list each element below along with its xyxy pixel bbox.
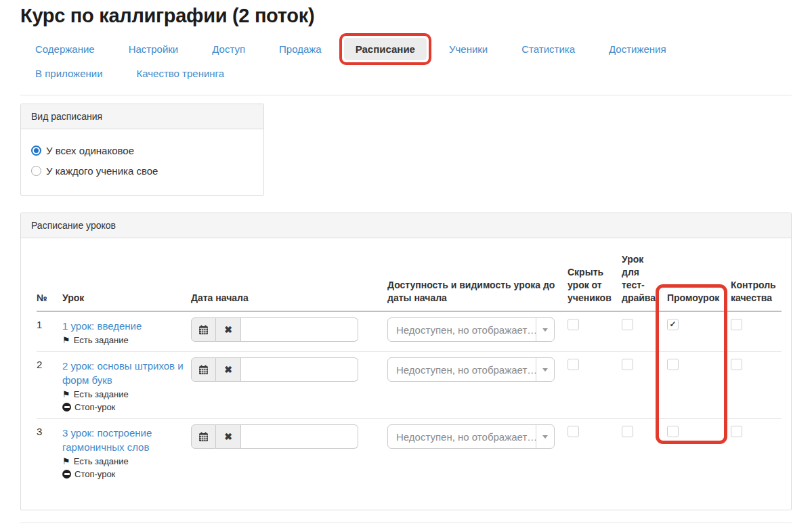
calendar-icon <box>198 365 209 375</box>
col-header-availability: Доступность и видимость урока до даты на… <box>387 253 565 311</box>
stop-lesson-icon <box>62 403 71 412</box>
hide-checkbox[interactable] <box>568 426 579 437</box>
task-badge-label: Есть задание <box>74 456 129 467</box>
quality-checkbox[interactable] <box>731 319 742 330</box>
chevron-down-icon <box>542 435 548 439</box>
lesson-3-link[interactable]: 3 урок: построение гармоничных слов <box>62 426 186 454</box>
chevron-down-icon <box>542 328 548 332</box>
promo-checkbox[interactable] <box>667 319 679 330</box>
page-content: Курс по каллиграфии (2 поток) Содержание… <box>0 5 812 532</box>
select-caret-segment <box>536 318 554 341</box>
tab-soderzhanie[interactable]: Содержание <box>35 43 95 55</box>
clear-date-button[interactable]: ✖ <box>216 357 241 382</box>
start-date-input[interactable] <box>241 317 358 342</box>
schedule-type-panel-body: У всех одинаковое У каждого ученика свое <box>21 129 263 195</box>
col-header-quality: Контроль качества <box>727 253 782 311</box>
lesson-2-num: 2 <box>37 352 62 419</box>
radio-same-for-all-label: У всех одинаковое <box>46 145 134 156</box>
tab-nastroiki[interactable]: Настройки <box>129 43 179 55</box>
active-tab-label: Расписание <box>356 43 415 55</box>
start-date-input[interactable] <box>241 357 358 382</box>
clear-date-button[interactable]: ✖ <box>216 317 241 342</box>
clear-icon: ✖ <box>224 325 232 334</box>
tab-dostup[interactable]: Доступ <box>212 43 245 55</box>
schedule-type-panel: Вид расписания У всех одинаковое У каждо… <box>20 104 264 196</box>
task-badge-label: Есть задание <box>74 334 129 346</box>
lesson-3-date-group: ✖ <box>191 424 358 449</box>
footer-divider <box>20 523 792 523</box>
quality-checkbox[interactable] <box>731 359 742 370</box>
lesson-2-link[interactable]: 2 урок: основы штрихов и форм букв <box>62 359 186 387</box>
lesson-row-3: 3 3 урок: построение гармоничных слов ⚑ … <box>37 419 782 486</box>
lesson-2-stop-badge: Стоп-урок <box>62 401 186 413</box>
lessons-panel-body: № Урок Дата начала Доступность и видимос… <box>21 238 791 510</box>
calendar-button[interactable] <box>191 357 216 382</box>
calendar-icon <box>198 432 209 442</box>
flag-icon: ⚑ <box>62 457 70 466</box>
tab-dostizheniya[interactable]: Достижения <box>609 43 666 55</box>
tab-v-prilozhenii[interactable]: В приложении <box>35 68 103 79</box>
quality-checkbox[interactable] <box>731 426 742 437</box>
task-badge-label: Есть задание <box>74 389 129 400</box>
radio-per-student[interactable] <box>31 166 41 176</box>
availability-select-value: Недоступен, но отображает… <box>388 364 536 376</box>
start-date-input[interactable] <box>241 424 358 449</box>
lesson-1-link[interactable]: 1 урок: введение <box>62 319 186 333</box>
lessons-schedule-panel: Расписание уроков № Урок Дата начала Д <box>20 213 792 510</box>
test-drive-checkbox[interactable] <box>622 359 633 370</box>
tab-statistika[interactable]: Статистика <box>521 43 575 55</box>
availability-select[interactable]: Недоступен, но отображает… <box>387 317 555 342</box>
lessons-table: № Урок Дата начала Доступность и видимос… <box>37 253 782 485</box>
col-header-hide: Скрыть урок от учеников <box>565 253 619 311</box>
availability-select-value: Недоступен, но отображает… <box>388 431 536 443</box>
lesson-row-2: 2 2 урок: основы штрихов и форм букв ⚑ Е… <box>37 352 782 419</box>
lesson-1-task-badge: ⚑ Есть задание <box>62 334 186 346</box>
calendar-button[interactable] <box>191 424 216 449</box>
stop-badge-label: Стоп-урок <box>74 401 115 413</box>
radio-per-student-label: У каждого ученика свое <box>46 165 158 177</box>
tab-ucheniki[interactable]: Ученики <box>449 43 488 55</box>
select-caret-segment <box>536 425 554 448</box>
flag-icon: ⚑ <box>62 336 70 345</box>
calendar-button[interactable] <box>191 317 216 342</box>
tab-kachestvo-treninga[interactable]: Качество тренинга <box>137 68 225 79</box>
flag-icon: ⚑ <box>62 390 70 399</box>
tab-row-2: В приложении Качество тренинга <box>35 62 792 85</box>
promo-checkbox[interactable] <box>667 426 679 437</box>
lesson-1-num: 1 <box>37 311 62 352</box>
col-header-num: № <box>37 253 62 311</box>
tab-row-1: Содержание Настройки Доступ Продажа Расп… <box>35 38 792 60</box>
clear-date-button[interactable]: ✖ <box>216 424 241 449</box>
col-header-start-date: Дата начала <box>191 253 387 311</box>
lesson-1-date-group: ✖ <box>191 317 358 342</box>
availability-select[interactable]: Недоступен, но отображает… <box>387 357 555 382</box>
stop-badge-label: Стоп-урок <box>74 468 115 480</box>
tabs-divider <box>20 95 792 95</box>
table-header-row: № Урок Дата начала Доступность и видимос… <box>37 253 782 311</box>
availability-select[interactable]: Недоступен, но отображает… <box>387 424 555 449</box>
lessons-panel-title: Расписание уроков <box>21 213 791 238</box>
radio-option-per-student[interactable]: У каждого ученика свое <box>31 165 253 177</box>
test-drive-checkbox[interactable] <box>622 319 633 330</box>
active-tab-pill[interactable]: Расписание <box>344 38 427 60</box>
schedule-type-panel-title: Вид расписания <box>21 104 263 129</box>
select-caret-segment <box>536 358 554 381</box>
radio-same-for-all[interactable] <box>31 146 41 156</box>
clear-icon: ✖ <box>224 365 232 374</box>
radio-option-same-for-all[interactable]: У всех одинаковое <box>31 145 253 156</box>
promo-checkbox[interactable] <box>667 359 679 370</box>
tab-prodazha[interactable]: Продажа <box>279 43 322 55</box>
tab-raspisanie-active[interactable]: Расписание <box>356 43 415 55</box>
chevron-down-icon <box>542 368 548 372</box>
lesson-3-stop-badge: Стоп-урок <box>62 468 186 480</box>
lessons-table-wrap: № Урок Дата начала Доступность и видимос… <box>37 253 782 485</box>
lesson-2-task-badge: ⚑ Есть задание <box>62 389 186 400</box>
test-drive-checkbox[interactable] <box>622 426 633 437</box>
hide-checkbox[interactable] <box>568 319 579 330</box>
clear-icon: ✖ <box>224 432 232 441</box>
page-title: Курс по каллиграфии (2 поток) <box>20 5 792 27</box>
lesson-3-num: 3 <box>37 419 62 486</box>
lesson-row-1: 1 1 урок: введение ⚑ Есть задание <box>37 311 782 352</box>
col-header-promo: Промоурок <box>656 253 727 311</box>
hide-checkbox[interactable] <box>568 359 579 370</box>
